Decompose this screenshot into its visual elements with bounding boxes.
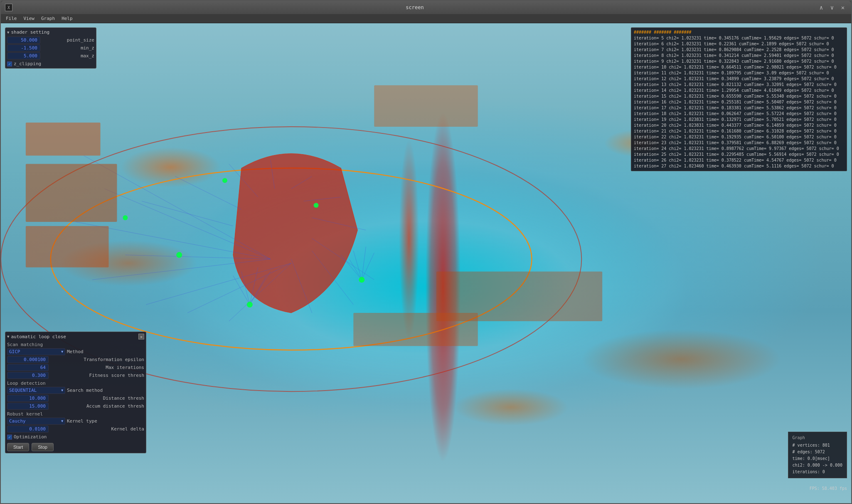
menu-help[interactable]: Help [58, 15, 76, 22]
shader-panel-title: shader setting [11, 30, 49, 35]
log-line: iteration= 10 chi2= 1.023231 time= 0.664… [634, 64, 844, 70]
action-buttons: Start Stop [7, 443, 144, 451]
log-line: iteration= 14 chi2= 1.023231 time= 1.299… [634, 88, 844, 93]
kernel-type-label: Kernel type [67, 418, 97, 424]
collapse-icon[interactable]: ▼ [7, 30, 9, 34]
point-size-row: 50.000 point_size [7, 37, 94, 44]
kernel-delta-label: Kernel delta [111, 426, 144, 432]
method-dropdown-arrow: ▼ [61, 350, 63, 354]
method-row: GICP ▼ Method [7, 348, 144, 355]
stop-button[interactable]: Stop [32, 443, 54, 451]
minimize-button[interactable]: ∧ [817, 3, 825, 12]
z-clipping-checkbox[interactable]: ✓ [7, 61, 12, 66]
menu-bar: File View Graph Help [1, 14, 851, 23]
kernel-delta-row: 0.0100 Kernel delta [7, 425, 144, 433]
optimization-label: Optimization [14, 434, 47, 440]
maximize-button[interactable]: ∨ [828, 3, 836, 12]
log-panel: ####### ####### ####### iteration= 5 chi… [631, 27, 847, 171]
kernel-dropdown-arrow: ▼ [61, 419, 63, 423]
fps-display: FPS: 58.403 fps [810, 486, 847, 491]
window-controls: ∧ ∨ ✕ [817, 3, 847, 12]
log-line: iteration= 15 chi2= 1.023231 time= 0.655… [634, 93, 844, 99]
optimization-row: ✓ Optimization [7, 434, 144, 440]
log-line: iteration= 23 chi2= 1.023231 time= 0.379… [634, 140, 844, 146]
log-line: iteration= 8 chi2= 1.023231 time= 0.3412… [634, 53, 844, 59]
loop-panel-close[interactable]: ✕ [138, 334, 144, 339]
title-bar: X screen ∧ ∨ ✕ [1, 1, 851, 14]
method-dropdown[interactable]: GICP ▼ [7, 348, 65, 355]
shader-panel-header: ▼ shader setting [7, 30, 94, 35]
log-line: iteration= 24 chi2= 1.023231 time= 0.898… [634, 146, 844, 152]
log-line: iteration= 27 chi2= 1.023460 time= 0.463… [634, 163, 844, 169]
graph-edges: # edges: 5072 [793, 449, 842, 455]
graph-vertices: # vertices: 801 [793, 442, 842, 449]
log-line: iteration= 5 chi2= 1.023231 time= 0.3451… [634, 35, 844, 41]
distance-thresh-value[interactable]: 10.000 [7, 395, 49, 402]
point-size-label: point_size [67, 37, 94, 43]
min-z-value[interactable]: -1.500 [7, 44, 40, 52]
fitness-value[interactable]: 0.300 [7, 372, 49, 379]
graph-title: Graph [793, 435, 842, 441]
menu-file[interactable]: File [2, 15, 20, 22]
app-icon: X [5, 4, 12, 11]
kernel-delta-value[interactable]: 0.0100 [7, 425, 49, 433]
distance-thresh-label: Distance thresh [103, 396, 144, 401]
kernel-dropdown[interactable]: Cauchy ▼ [7, 418, 65, 425]
log-line: iteration= 6 chi2= 1.023231 time= 0.2236… [634, 41, 844, 47]
loop-title: ▼ automatic loop close [7, 334, 66, 339]
log-lines-container: iteration= 5 chi2= 1.023231 time= 0.3451… [634, 35, 844, 169]
graph-chi2: chi2: 0.000 -> 0.000 [793, 462, 842, 469]
robust-kernel-label: Robust kernel [7, 411, 144, 417]
transformation-row: 0.000100 Transformation epsilon [7, 356, 144, 363]
max-z-row: 5.000 max_z [7, 52, 94, 59]
log-line: iteration= 26 chi2= 1.023231 time= 0.378… [634, 157, 844, 163]
fitness-label: Fitness score thresh [89, 373, 144, 378]
log-line: iteration= 18 chi2= 1.023231 time= 0.062… [634, 111, 844, 117]
window-title: screen [406, 5, 424, 10]
log-line: iteration= 20 chi2= 1.023831 time= 0.443… [634, 123, 844, 128]
max-z-value[interactable]: 5.000 [7, 52, 40, 59]
transformation-label: Transformation epsilon [84, 357, 144, 362]
point-size-value[interactable]: 50.000 [7, 37, 40, 44]
min-z-row: -1.500 min_z [7, 44, 94, 52]
max-z-label: max_z [81, 53, 94, 59]
accum-thresh-row: 15.000 Accum distance thresh [7, 403, 144, 410]
fps-label: FPS: 58.403 fps [810, 486, 847, 491]
scan-matching-label: Scan matching [7, 342, 144, 347]
menu-graph[interactable]: Graph [38, 15, 58, 22]
accum-thresh-label: Accum distance thresh [86, 403, 144, 409]
transformation-value[interactable]: 0.000100 [7, 356, 49, 363]
log-line: iteration= 17 chi2= 1.023231 time= 0.183… [634, 105, 844, 111]
log-line: iteration= 11 chi2= 1.023231 time= 0.109… [634, 70, 844, 76]
max-iter-value[interactable]: 64 [7, 364, 49, 371]
title-bar-left: X [5, 4, 12, 11]
graph-info-panel: Graph # vertices: 801 # edges: 5072 time… [788, 432, 847, 478]
kernel-type-row: Cauchy ▼ Kernel type [7, 418, 144, 425]
close-button[interactable]: ✕ [839, 3, 847, 12]
optimization-checkbox[interactable]: ✓ [7, 435, 12, 440]
loop-panel: ▼ automatic loop close ✕ Scan matching G… [5, 332, 146, 453]
log-header: ####### ####### ####### [634, 30, 844, 35]
viz-area[interactable]: ▼ shader setting 50.000 point_size -1.50… [1, 23, 851, 503]
loop-collapse-icon[interactable]: ▼ [7, 334, 9, 339]
log-line: iteration= 19 chi2= 1.023831 time= 0.132… [634, 117, 844, 123]
log-line: iteration= 21 chi2= 1.023231 time= 0.161… [634, 128, 844, 134]
menu-view[interactable]: View [20, 15, 38, 22]
fitness-row: 0.300 Fitness score thresh [7, 372, 144, 379]
search-label: Search method [67, 388, 103, 393]
search-dropdown[interactable]: SEQUENTIAL ▼ [7, 387, 65, 394]
max-iter-label: Max iterations [106, 365, 144, 370]
z-clipping-label: z_clipping [14, 61, 41, 66]
window-frame: X screen ∧ ∨ ✕ File View Graph Help [0, 0, 852, 504]
log-line: iteration= 7 chi2= 1.023231 time= 0.8629… [634, 47, 844, 53]
log-line: iteration= 9 chi2= 1.023231 time= 0.3228… [634, 59, 844, 64]
search-method-row: SEQUENTIAL ▼ Search method [7, 387, 144, 394]
graph-iterations: iterations: 0 [793, 469, 842, 475]
search-dropdown-arrow: ▼ [61, 388, 63, 392]
min-z-label: min_z [81, 45, 94, 51]
accum-thresh-value[interactable]: 15.000 [7, 403, 49, 410]
method-label: Method [67, 349, 84, 354]
log-line: iteration= 25 chi2= 1.023231 time= 0.229… [634, 152, 844, 157]
start-button[interactable]: Start [7, 443, 29, 451]
shader-panel: ▼ shader setting 50.000 point_size -1.50… [5, 27, 96, 69]
